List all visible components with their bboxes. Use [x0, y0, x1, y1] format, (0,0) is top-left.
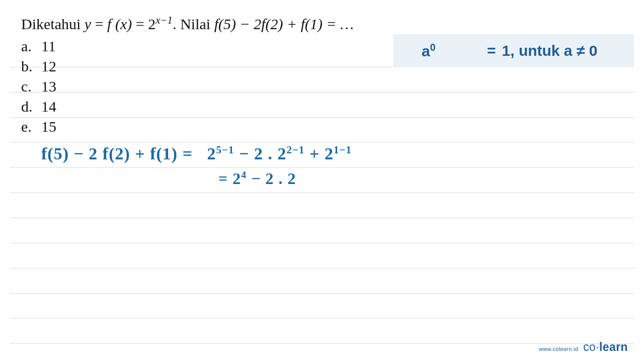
hw1-t2e: 2−1	[287, 144, 305, 156]
option-e-value: 15	[41, 117, 56, 137]
hw1-minus: − 2 .	[239, 144, 277, 163]
option-d-value: 14	[41, 97, 56, 117]
option-b: b. 12	[21, 56, 56, 76]
option-b-label: b.	[21, 56, 34, 76]
q-after: . Nilai	[173, 16, 214, 32]
q-base: 2	[148, 16, 155, 32]
hw1-lhs: f(5) − 2 f(2) + f(1) =	[41, 144, 198, 163]
q-fx: f (x)	[107, 16, 132, 32]
handwritten-line-2: = 24 − 2 . 2	[218, 169, 296, 188]
option-a: a. 11	[21, 36, 56, 56]
hw2-rest: − 2 . 2	[251, 169, 296, 188]
hw1-plus: +	[309, 144, 325, 163]
option-c: c. 13	[21, 76, 56, 97]
hint-base: a	[422, 43, 430, 59]
q-expr: f(5) − 2f(2) + f(1) = …	[214, 16, 354, 32]
hw1-t3b: 2	[325, 144, 334, 163]
option-e-label: e.	[21, 117, 34, 137]
q-eq1: =	[91, 16, 107, 32]
option-c-value: 13	[41, 76, 56, 97]
hw1-t1b: 2	[207, 144, 216, 163]
option-b-value: 12	[41, 56, 56, 76]
q-var-y: y	[85, 16, 91, 32]
q-eq2: =	[132, 16, 148, 32]
hw1-t3e: 1−1	[334, 144, 352, 156]
hw2-t1e: 4	[241, 169, 247, 180]
footer-brand: co·learn	[583, 340, 628, 354]
brand-bold: learn	[599, 340, 628, 353]
handwritten-line-1: f(5) − 2 f(2) + f(1) = 25−1 − 2 . 22−1 +…	[41, 144, 352, 163]
brand-pre: co·	[583, 340, 599, 353]
hint-rhs: 1, untuk a ≠ 0	[502, 42, 598, 59]
question-text: Diketahui y = f (x) = 2x−1. Nilai f(5) −…	[21, 14, 354, 33]
option-d-label: d.	[21, 97, 34, 117]
option-a-value: 11	[41, 36, 56, 56]
hw2-eq: =	[218, 169, 232, 188]
hw1-t2b: 2	[278, 144, 287, 163]
q-exponent: x−1	[155, 14, 173, 26]
hint-eq: =	[487, 42, 496, 59]
q-prefix: Diketahui	[21, 16, 85, 32]
hint-lhs: a0	[422, 42, 487, 60]
hw1-t1e: 5−1	[216, 144, 234, 156]
hw2-t1b: 2	[232, 169, 241, 188]
option-e: e. 15	[21, 117, 56, 137]
hint-rule-a0: a0 = 1, untuk a ≠ 0	[393, 34, 634, 67]
footer: www.colearn.id co·learn	[539, 340, 628, 354]
option-a-label: a.	[21, 36, 34, 56]
options-list: a. 11 b. 12 c. 13 d. 14 e. 15	[21, 36, 56, 136]
hint-exp: 0	[430, 42, 436, 53]
option-c-label: c.	[21, 76, 34, 97]
footer-url: www.colearn.id	[539, 346, 578, 352]
option-d: d. 14	[21, 97, 56, 117]
